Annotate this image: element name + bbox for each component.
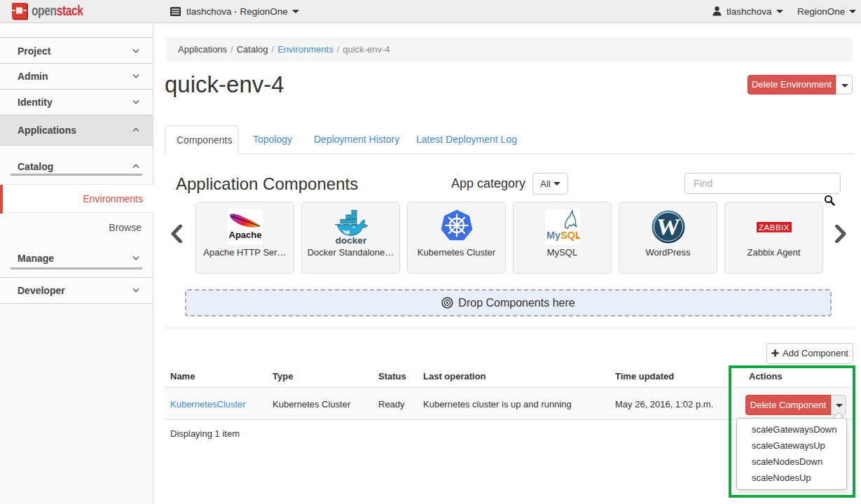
svg-text:W: W	[656, 215, 682, 240]
svg-text:MySQL: MySQL	[546, 230, 580, 241]
svg-text:Apache: Apache	[229, 230, 262, 240]
svg-text:ZABBIX: ZABBIX	[759, 223, 790, 232]
svg-text:docker: docker	[336, 235, 367, 245]
